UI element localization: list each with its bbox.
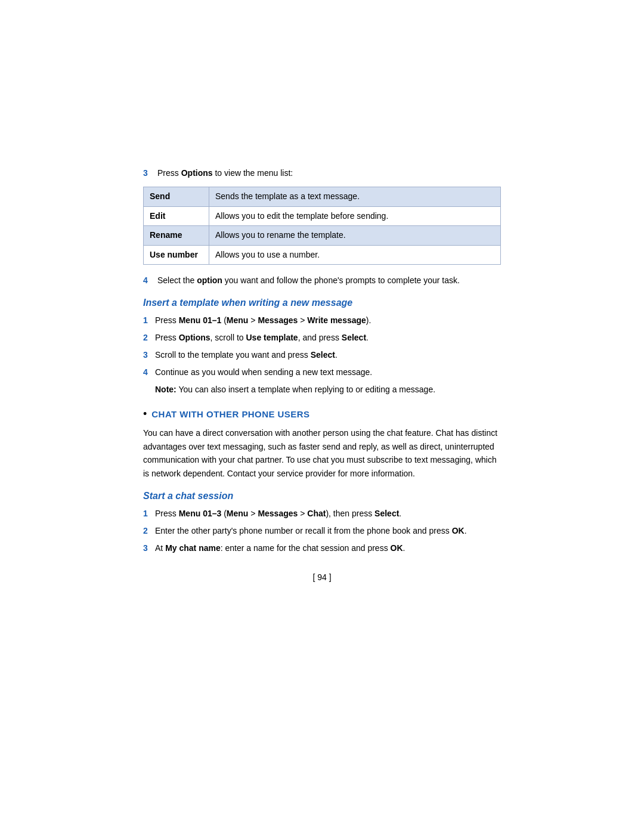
step4-text: Select the option you want and follow th… xyxy=(157,274,501,287)
step4-line: 4 Select the option you want and follow … xyxy=(143,274,501,287)
section-bullet: • xyxy=(143,408,147,420)
step-text: Continue as you would when sending a new… xyxy=(155,366,501,379)
step-text: At My chat name: enter a name for the ch… xyxy=(155,542,501,555)
chat-description: You can have a direct conversation with … xyxy=(143,426,501,480)
step-number: 3 xyxy=(143,542,155,555)
table-cell-description: Allows you to rename the template. xyxy=(209,226,501,246)
table-row: Edit Allows you to edit the template bef… xyxy=(144,206,501,226)
table-cell-option: Rename xyxy=(144,226,209,246)
step-number: 3 xyxy=(143,349,155,361)
table-cell-option: Edit xyxy=(144,206,209,226)
step-number: 1 xyxy=(143,507,155,520)
chat-step-3: 3 At My chat name: enter a name for the … xyxy=(143,542,501,555)
option-bold: option xyxy=(197,275,222,285)
chat-start-heading: Start a chat session xyxy=(143,491,501,501)
chat-section-heading: CHAT WITH OTHER PHONE USERS xyxy=(151,409,309,419)
insert-step-3: 3 Scroll to the template you want and pr… xyxy=(143,349,501,361)
step-text: Enter the other party's phone number or … xyxy=(155,525,501,537)
table-cell-option: Use number xyxy=(144,245,209,265)
table-row: Rename Allows you to rename the template… xyxy=(144,226,501,246)
insert-step-2: 2 Press Options, scroll to Use template,… xyxy=(143,332,501,344)
table-cell-description: Allows you to edit the template before s… xyxy=(209,206,501,226)
table-row: Use number Allows you to use a number. xyxy=(144,245,501,265)
page-container: 3 Press Options to view the menu list: S… xyxy=(0,0,644,833)
insert-section-heading: Insert a template when writing a new mes… xyxy=(143,298,501,308)
note-block: Note: You can also insert a template whe… xyxy=(155,383,501,396)
step-number: 4 xyxy=(143,366,155,379)
page-number: [ 94 ] xyxy=(143,572,501,582)
options-bold: Options xyxy=(181,168,213,178)
step-text: Press Menu 01–1 (Menu > Messages > Write… xyxy=(155,314,501,327)
table-row: Send Sends the template as a text messag… xyxy=(144,187,501,207)
insert-step-1: 1 Press Menu 01–1 (Menu > Messages > Wri… xyxy=(143,314,501,327)
step4-number: 4 xyxy=(143,274,157,287)
insert-step-4: 4 Continue as you would when sending a n… xyxy=(143,366,501,379)
step-text: Press Options, scroll to Use template, a… xyxy=(155,332,501,344)
table-cell-description: Allows you to use a number. xyxy=(209,245,501,265)
note-label: Note: xyxy=(155,385,177,394)
table-cell-description: Sends the template as a text message. xyxy=(209,187,501,207)
chat-step-1: 1 Press Menu 01–3 (Menu > Messages > Cha… xyxy=(143,507,501,520)
note-text: You can also insert a template when repl… xyxy=(178,385,435,394)
step-text: Press Menu 01–3 (Menu > Messages > Chat)… xyxy=(155,507,501,520)
step3-text: Press Options to view the menu list: xyxy=(157,167,501,179)
step-text: Scroll to the template you want and pres… xyxy=(155,349,501,361)
step-number: 1 xyxy=(143,314,155,327)
step-number: 2 xyxy=(143,525,155,537)
chat-step-2: 2 Enter the other party's phone number o… xyxy=(143,525,501,537)
table-cell-option: Send xyxy=(144,187,209,207)
chat-section-heading-container: • CHAT WITH OTHER PHONE USERS xyxy=(143,408,501,420)
step3-intro: 3 Press Options to view the menu list: xyxy=(143,167,501,179)
step-number: 2 xyxy=(143,332,155,344)
step3-number: 3 xyxy=(143,167,157,179)
options-table: Send Sends the template as a text messag… xyxy=(143,187,501,265)
